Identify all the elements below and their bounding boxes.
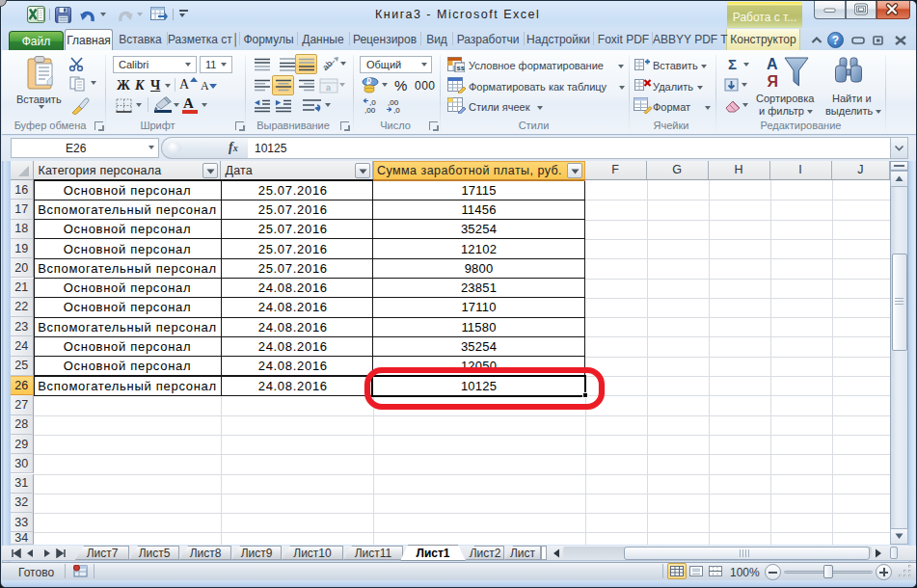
svg-text:Я: Я [768, 73, 779, 90]
svg-text:,0: ,0 [393, 106, 400, 114]
svg-text:А: А [767, 56, 778, 72]
svg-text:ab: ab [322, 59, 334, 72]
svg-text:,00: ,00 [364, 106, 376, 114]
svg-text:ss: ss [457, 64, 465, 72]
svg-text:a: a [326, 83, 331, 93]
